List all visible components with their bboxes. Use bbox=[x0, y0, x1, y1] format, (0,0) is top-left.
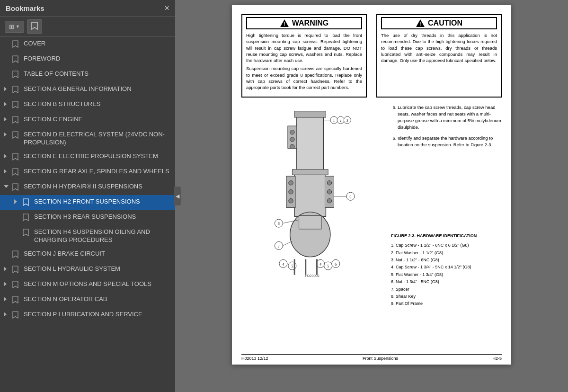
sidebar: Bookmarks × ⊞ ▼ COVER FOREWORD TABLE OF … bbox=[0, 0, 175, 392]
bookmark-icon-section-a bbox=[12, 86, 21, 93]
bookmark-label-section-h: SECTION H HYDRAIR® II SUSPENSIONS bbox=[24, 183, 171, 191]
bookmark-icon-foreword bbox=[12, 55, 21, 63]
bookmark-icon-section-n bbox=[12, 296, 21, 303]
bookmark-icon-button[interactable] bbox=[27, 19, 42, 34]
notice-row: ! WARNING High tightening torque is requ… bbox=[241, 14, 502, 98]
bookmark-label-section-h3: SECTION H3 REAR SUSPENSIONS bbox=[34, 213, 171, 221]
toggle-section-n[interactable] bbox=[4, 296, 11, 302]
toggle-section-g[interactable] bbox=[4, 169, 11, 174]
bookmark-icon-section-l bbox=[12, 266, 21, 273]
bookmark-item-section-l[interactable]: SECTION L HYDRAULIC SYSTEM bbox=[0, 262, 175, 277]
svg-text:!: ! bbox=[419, 22, 421, 27]
bookmark-icon-section-m bbox=[12, 281, 21, 288]
hw-item-4: 4. Cap Screw - 1 3/4" - 5NC x 14 1/2" (G… bbox=[391, 264, 502, 270]
arrow-right-icon bbox=[4, 312, 7, 317]
svg-point-8 bbox=[290, 137, 294, 141]
svg-point-9 bbox=[290, 144, 294, 149]
bookmark-item-foreword[interactable]: FOREWORD bbox=[0, 52, 175, 67]
svg-rect-31 bbox=[299, 215, 321, 229]
bookmark-item-section-h4[interactable]: SECTION H4 SUSPENSION OILING AND CHARGIN… bbox=[0, 225, 175, 247]
bookmark-icon-section-b bbox=[12, 101, 21, 108]
svg-text:8: 8 bbox=[278, 222, 280, 226]
bookmark-item-section-d[interactable]: SECTION D ELECTRICAL SYSTEM (24VDC NON-P… bbox=[0, 128, 175, 150]
bookmark-icon-section-j bbox=[12, 250, 21, 258]
figure-column: 1 2 3 bbox=[241, 104, 383, 308]
bookmark-label-toc: TABLE OF CONTENTS bbox=[24, 70, 171, 78]
sidebar-header: Bookmarks × bbox=[0, 0, 175, 17]
bookmark-item-section-n[interactable]: SECTION N OPERATOR CAB bbox=[0, 293, 175, 308]
warning-label: WARNING bbox=[292, 19, 328, 27]
bookmark-icon bbox=[31, 22, 38, 31]
toggle-section-m[interactable] bbox=[4, 281, 11, 286]
toggle-section-e[interactable] bbox=[4, 153, 11, 159]
bookmark-item-section-h3[interactable]: SECTION H3 REAR SUSPENSIONS bbox=[0, 210, 175, 225]
toggle-section-p[interactable] bbox=[4, 312, 11, 317]
toggle-section-d[interactable] bbox=[4, 132, 11, 137]
bookmark-label-section-n: SECTION N OPERATOR CAB bbox=[24, 295, 171, 303]
arrow-right-icon bbox=[4, 102, 7, 107]
bookmark-icon-section-c bbox=[12, 116, 21, 124]
svg-point-26 bbox=[327, 198, 331, 203]
svg-point-22 bbox=[289, 189, 293, 194]
caution-header: ! CAUTION bbox=[381, 17, 497, 29]
collapse-sidebar-handle[interactable]: ◀ bbox=[174, 187, 181, 205]
bookmark-icon-section-h4 bbox=[23, 229, 31, 236]
arrow-right-icon bbox=[4, 169, 7, 174]
bookmark-item-section-a[interactable]: SECTION A GENERAL INFORMATION bbox=[0, 82, 175, 98]
bookmark-label-section-b: SECTION B STRUCTURES bbox=[24, 100, 171, 108]
bookmark-item-toc[interactable]: TABLE OF CONTENTS bbox=[0, 67, 175, 82]
figure-caption: FIGURE 2-3. HARDWARE IDENTIFICATION bbox=[391, 233, 502, 238]
suspension-diagram-svg: 1 2 3 bbox=[251, 109, 374, 279]
arrow-right-icon bbox=[14, 199, 17, 204]
page-container: ! WARNING High tightening torque is requ… bbox=[175, 0, 568, 392]
bookmark-item-section-h[interactable]: SECTION H HYDRAIR® II SUSPENSIONS bbox=[0, 180, 175, 195]
document-page: ! WARNING High tightening torque is requ… bbox=[232, 5, 511, 365]
toggle-section-c[interactable] bbox=[4, 116, 11, 122]
step-5: Lubricate the cap screw threads, cap scr… bbox=[398, 104, 502, 131]
bookmark-label-section-d: SECTION D ELECTRICAL SYSTEM (24VDC NON-P… bbox=[24, 131, 171, 147]
grid-view-button[interactable]: ⊞ ▼ bbox=[5, 21, 24, 33]
bookmark-label-section-e: SECTION E ELECTRIC PROPULSION SYSTEM bbox=[24, 152, 171, 160]
footer-center: Front Suspensions bbox=[363, 356, 398, 361]
svg-rect-4 bbox=[297, 113, 324, 171]
bookmark-item-cover[interactable]: COVER bbox=[0, 37, 175, 52]
toggle-section-l[interactable] bbox=[4, 266, 11, 271]
bookmark-icon-section-e bbox=[12, 153, 21, 160]
svg-text:9: 9 bbox=[350, 195, 352, 199]
hardware-list: 1. Cap Screw - 1 1/2" - 6NC x 6 1/2" (G8… bbox=[391, 242, 502, 307]
toggle-section-h2[interactable] bbox=[14, 199, 22, 204]
arrow-down-icon bbox=[4, 185, 9, 188]
hw-item-6: 6. Nut - 1 3/4" - 5NC (G8) bbox=[391, 278, 502, 285]
svg-point-25 bbox=[327, 189, 331, 194]
bookmark-item-section-b[interactable]: SECTION B STRUCTURES bbox=[0, 98, 175, 113]
grid-icon: ⊞ bbox=[9, 23, 14, 30]
toggle-section-h[interactable] bbox=[4, 184, 11, 188]
svg-text:7: 7 bbox=[278, 244, 280, 248]
arrow-right-icon bbox=[4, 132, 7, 137]
bookmark-label-foreword: FOREWORD bbox=[24, 55, 171, 63]
bookmark-item-section-p[interactable]: SECTION P LUBRICATION AND SERVICE bbox=[0, 308, 175, 323]
warning-header: ! WARNING bbox=[246, 17, 362, 29]
bookmark-item-section-c[interactable]: SECTION C ENGINE bbox=[0, 113, 175, 128]
figure-caption-area: FIGURE 2-3. HARDWARE IDENTIFICATION 1. C… bbox=[391, 233, 502, 307]
svg-text:!: ! bbox=[284, 22, 285, 27]
dropdown-arrow: ▼ bbox=[16, 24, 20, 29]
bookmark-item-section-h2[interactable]: SECTION H2 FRONT SUSPENSIONS bbox=[0, 195, 175, 210]
bookmark-item-section-e[interactable]: SECTION E ELECTRIC PROPULSION SYSTEM bbox=[0, 150, 175, 165]
warning-text: High tightening torque is required to lo… bbox=[246, 32, 362, 91]
toggle-section-a[interactable] bbox=[4, 86, 11, 91]
hw-item-3: 3. Nut - 1 1/2" - 6NC (G8) bbox=[391, 257, 502, 263]
close-button[interactable]: × bbox=[164, 4, 169, 12]
svg-point-7 bbox=[290, 130, 294, 134]
svg-text:3: 3 bbox=[346, 118, 348, 123]
bookmark-item-section-m[interactable]: SECTION M OPTIONS AND SPECIAL TOOLS bbox=[0, 277, 175, 293]
bookmark-item-section-g[interactable]: SECTION G REAR AXLE, SPINDLES AND WHEELS bbox=[0, 165, 175, 180]
caution-triangle-icon: ! bbox=[416, 19, 425, 27]
svg-text:4: 4 bbox=[283, 262, 284, 266]
toggle-section-b[interactable] bbox=[4, 101, 11, 107]
svg-point-21 bbox=[289, 180, 293, 185]
bookmark-item-section-j[interactable]: SECTION J BRAKE CIRCUIT bbox=[0, 247, 175, 262]
svg-text:5: 5 bbox=[327, 264, 329, 268]
bookmark-icon-section-p bbox=[12, 311, 21, 319]
bookmark-icon-cover bbox=[12, 40, 21, 48]
